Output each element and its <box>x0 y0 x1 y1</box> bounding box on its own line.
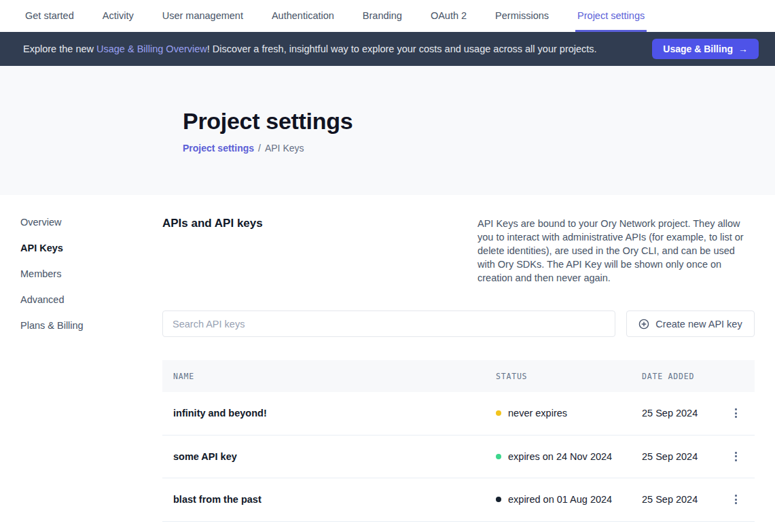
tab-get-started[interactable]: Get started <box>23 0 76 32</box>
page-header: Project settings Project settings / API … <box>0 66 775 195</box>
tab-permissions[interactable]: Permissions <box>493 0 551 32</box>
status-dot-icon <box>496 410 501 416</box>
tab-project-settings[interactable]: Project settings <box>575 0 647 32</box>
api-key-name: some API key <box>173 451 496 462</box>
section-description: API Keys are bound to your Ory Network p… <box>477 217 755 285</box>
table-row: some API key expires on 24 Nov 2024 25 S… <box>162 436 755 479</box>
settings-sidebar: Overview API Keys Members Advanced Plans… <box>0 195 162 522</box>
api-key-date-added: 25 Sep 2024 <box>642 408 717 419</box>
table-header-row: NAME STATUS DATE ADDED <box>162 360 755 392</box>
create-api-key-button[interactable]: Create new API key <box>626 311 755 337</box>
tab-activity[interactable]: Activity <box>101 0 136 32</box>
arrow-right-icon: → <box>738 43 748 54</box>
row-actions-menu-icon[interactable] <box>729 491 742 508</box>
plus-circle-icon <box>638 319 649 330</box>
tab-oauth2[interactable]: OAuth 2 <box>429 0 469 32</box>
create-api-key-label: Create new API key <box>655 319 742 330</box>
section-title: APIs and API keys <box>162 217 263 230</box>
sidebar-item-plans-billing[interactable]: Plans & Billing <box>20 320 162 331</box>
search-input[interactable] <box>162 311 615 337</box>
usage-billing-overview-link[interactable]: Usage & Billing Overview <box>96 43 207 54</box>
api-key-status: never expires <box>496 408 642 419</box>
sidebar-item-overview[interactable]: Overview <box>20 217 162 228</box>
sidebar-item-members[interactable]: Members <box>20 268 162 279</box>
sidebar-item-api-keys[interactable]: API Keys <box>20 243 162 253</box>
row-actions-menu-icon[interactable] <box>729 448 742 465</box>
content-area: Overview API Keys Members Advanced Plans… <box>0 195 775 522</box>
table-row: infinity and beyond! never expires 25 Se… <box>162 392 755 436</box>
status-text: expires on 24 Nov 2024 <box>508 451 612 462</box>
column-header-name: NAME <box>173 372 496 381</box>
page-title: Project settings <box>183 108 755 135</box>
table-row: blast from the past expired on 01 Aug 20… <box>162 478 755 522</box>
banner-text-suffix: ! Discover a fresh, insightful way to ex… <box>207 43 597 54</box>
section-head: APIs and API keys API Keys are bound to … <box>162 217 755 285</box>
breadcrumb-current: API Keys <box>265 143 304 154</box>
usage-billing-banner: Explore the new Usage & Billing Overview… <box>0 32 775 66</box>
api-keys-toolbar: Create new API key <box>162 311 755 337</box>
api-keys-table: NAME STATUS DATE ADDED infinity and beyo… <box>162 360 755 522</box>
banner-message: Explore the new Usage & Billing Overview… <box>23 43 652 54</box>
api-keys-panel: APIs and API keys API Keys are bound to … <box>162 195 775 522</box>
status-dot-icon <box>496 497 501 502</box>
column-header-status: STATUS <box>496 372 642 381</box>
breadcrumb-project-settings-link[interactable]: Project settings <box>183 143 254 154</box>
banner-text-prefix: Explore the new <box>23 43 96 54</box>
breadcrumb: Project settings / API Keys <box>183 143 755 154</box>
row-actions-menu-icon[interactable] <box>729 404 742 422</box>
sidebar-item-advanced[interactable]: Advanced <box>20 294 162 305</box>
tab-user-management[interactable]: User management <box>160 0 245 32</box>
usage-billing-button[interactable]: Usage & Billing → <box>652 39 759 59</box>
api-key-status: expired on 01 Aug 2024 <box>496 494 642 505</box>
api-key-date-added: 25 Sep 2024 <box>642 494 717 505</box>
status-text: never expires <box>508 408 567 419</box>
top-navigation: Get started Activity User management Aut… <box>0 0 775 32</box>
api-key-status: expires on 24 Nov 2024 <box>496 451 642 462</box>
tab-authentication[interactable]: Authentication <box>270 0 336 32</box>
breadcrumb-separator: / <box>258 143 261 154</box>
api-key-date-added: 25 Sep 2024 <box>642 451 717 462</box>
api-key-name: infinity and beyond! <box>173 408 496 419</box>
column-header-date-added: DATE ADDED <box>642 372 717 381</box>
status-text: expired on 01 Aug 2024 <box>508 494 612 505</box>
usage-billing-button-label: Usage & Billing <box>663 43 733 54</box>
api-key-name: blast from the past <box>173 494 496 505</box>
status-dot-icon <box>496 454 501 459</box>
tab-branding[interactable]: Branding <box>361 0 404 32</box>
